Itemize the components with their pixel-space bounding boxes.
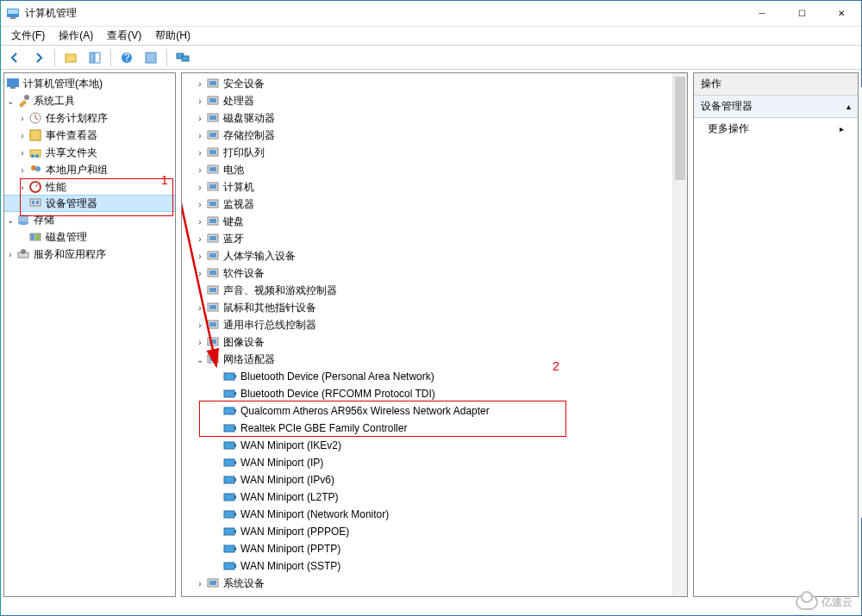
- device-category[interactable]: ›打印队列: [182, 144, 687, 161]
- device-item[interactable]: WAN Miniport (L2TP): [182, 488, 687, 506]
- menu-action[interactable]: 操作(A): [53, 27, 98, 45]
- chevron-right-icon[interactable]: ›: [194, 181, 206, 193]
- close-button[interactable]: ✕: [821, 1, 861, 27]
- tree-local-users[interactable]: › 本地用户和组: [4, 161, 175, 178]
- menu-help[interactable]: 帮助(H): [150, 27, 196, 45]
- back-icon[interactable]: [4, 47, 25, 68]
- svg-rect-92: [209, 581, 216, 585]
- chevron-down-icon[interactable]: ⌄: [4, 214, 16, 226]
- device-category[interactable]: ›磁盘驱动器: [182, 109, 687, 127]
- tree-system-tools[interactable]: ⌄ 系统工具: [4, 92, 175, 109]
- device-category[interactable]: ›计算机: [182, 178, 687, 196]
- chevron-right-icon[interactable]: ›: [194, 577, 206, 589]
- chevron-down-icon[interactable]: ⌄: [4, 95, 16, 107]
- device-category[interactable]: ›蓝牙: [182, 230, 687, 247]
- tree-services-apps[interactable]: › 服务和应用程序: [4, 246, 175, 263]
- tree-root[interactable]: 计算机管理(本地): [4, 75, 175, 92]
- svg-rect-60: [209, 305, 216, 309]
- chevron-right-icon[interactable]: ›: [194, 336, 206, 348]
- device-category[interactable]: ›鼠标和其他指针设备: [182, 299, 687, 316]
- chevron-right-icon[interactable]: ›: [16, 164, 28, 176]
- device-item[interactable]: WAN Miniport (PPPOE): [182, 523, 687, 540]
- refresh-icon[interactable]: [141, 47, 161, 68]
- chevron-down-icon[interactable]: ⌄: [194, 353, 206, 365]
- actions-more[interactable]: 更多操作 ▸: [694, 118, 858, 140]
- device-category[interactable]: ⌄网络适配器: [182, 351, 687, 368]
- tree-label: 磁盘管理: [46, 230, 87, 245]
- chevron-right-icon[interactable]: ›: [194, 95, 206, 107]
- device-item[interactable]: WAN Miniport (SSTP): [182, 557, 687, 575]
- help-icon[interactable]: ?: [116, 47, 137, 68]
- device-item[interactable]: WAN Miniport (IPv6): [182, 471, 687, 488]
- chevron-right-icon[interactable]: ›: [194, 78, 206, 90]
- device-item[interactable]: WAN Miniport (Network Monitor): [182, 506, 687, 523]
- vertical-scrollbar[interactable]: [672, 73, 687, 596]
- chevron-right-icon[interactable]: ›: [194, 302, 206, 314]
- chevron-right-icon[interactable]: ›: [194, 319, 206, 331]
- chevron-right-icon[interactable]: ›: [194, 233, 206, 245]
- chevron-right-icon[interactable]: ›: [194, 129, 206, 141]
- menu-view[interactable]: 查看(V): [102, 27, 147, 45]
- device-category[interactable]: ›电池: [182, 161, 687, 178]
- device-category[interactable]: ›通用串行总线控制器: [182, 316, 687, 333]
- chevron-right-icon[interactable]: ›: [16, 112, 28, 124]
- svg-rect-90: [234, 564, 236, 568]
- show-hide-tree-icon[interactable]: [84, 47, 105, 68]
- chevron-right-icon[interactable]: ›: [16, 181, 28, 193]
- scrollbar-thumb[interactable]: [675, 77, 685, 180]
- tree-storage[interactable]: ⌄ 存储: [4, 211, 175, 228]
- device-item[interactable]: Bluetooth Device (Personal Area Network): [182, 368, 687, 385]
- device-item[interactable]: WAN Miniport (IP): [182, 454, 687, 471]
- chevron-right-icon[interactable]: ›: [194, 112, 206, 124]
- device-category[interactable]: ›图像设备: [182, 333, 687, 351]
- device-category[interactable]: ›声音、视频和游戏控制器: [182, 282, 687, 299]
- chevron-right-icon[interactable]: ›: [16, 129, 28, 141]
- svg-point-17: [31, 154, 34, 158]
- tree-shared-folders[interactable]: › 共享文件夹: [4, 144, 175, 161]
- menu-file[interactable]: 文件(F): [6, 27, 50, 45]
- monitors-icon[interactable]: [172, 47, 193, 68]
- device-item[interactable]: WAN Miniport (IKEv2): [182, 437, 687, 454]
- device-item[interactable]: Bluetooth Device (RFCOMM Protocol TDI): [182, 385, 687, 402]
- svg-rect-88: [234, 547, 236, 551]
- network-adapter-icon: [223, 490, 237, 504]
- chevron-right-icon[interactable]: ›: [194, 146, 206, 159]
- device-item[interactable]: Qualcomm Atheros AR956x Wireless Network…: [182, 402, 687, 420]
- svg-rect-29: [31, 234, 34, 240]
- chevron-right-icon[interactable]: ›: [194, 215, 206, 227]
- device-category[interactable]: ›安全设备: [182, 75, 687, 92]
- tree-task-scheduler[interactable]: › 任务计划程序: [4, 109, 175, 127]
- maximize-button[interactable]: ☐: [782, 1, 821, 27]
- up-icon[interactable]: [60, 47, 81, 68]
- device-category[interactable]: ›存储控制器: [182, 127, 687, 144]
- chevron-right-icon[interactable]: ›: [194, 198, 206, 210]
- tree-event-viewer[interactable]: › 事件查看器: [4, 127, 175, 144]
- tree-device-manager[interactable]: 设备管理器: [3, 195, 176, 212]
- device-manager-icon: [28, 196, 42, 210]
- device-category[interactable]: ›处理器: [182, 92, 687, 109]
- svg-rect-66: [209, 357, 216, 361]
- svg-rect-34: [209, 81, 216, 85]
- tree-disk-mgmt[interactable]: 磁盘管理: [4, 228, 175, 246]
- chevron-right-icon: ▸: [840, 124, 844, 134]
- actions-group[interactable]: 设备管理器 ▴: [694, 96, 858, 118]
- chevron-right-icon[interactable]: ›: [4, 248, 16, 260]
- device-category[interactable]: ›软件设备: [182, 264, 687, 282]
- device-item[interactable]: Realtek PCIe GBE Family Controller: [182, 420, 687, 437]
- svg-rect-52: [209, 236, 216, 240]
- device-category[interactable]: ›键盘: [182, 213, 687, 230]
- chevron-right-icon[interactable]: ›: [194, 267, 206, 279]
- chevron-right-icon[interactable]: ›: [194, 284, 206, 296]
- device-category[interactable]: ›人体学输入设备: [182, 247, 687, 264]
- forward-icon[interactable]: [28, 47, 49, 68]
- device-item[interactable]: WAN Miniport (PPTP): [182, 540, 687, 557]
- device-category[interactable]: ›系统设备: [182, 575, 687, 592]
- chevron-right-icon[interactable]: ›: [194, 250, 206, 262]
- device-category[interactable]: ›监视器: [182, 196, 687, 213]
- minimize-button[interactable]: ─: [742, 1, 782, 27]
- chevron-right-icon[interactable]: ›: [194, 164, 206, 176]
- svg-rect-86: [234, 530, 236, 533]
- chevron-right-icon[interactable]: ›: [16, 146, 28, 159]
- tree-performance[interactable]: › 性能: [4, 178, 175, 196]
- svg-rect-44: [209, 167, 216, 171]
